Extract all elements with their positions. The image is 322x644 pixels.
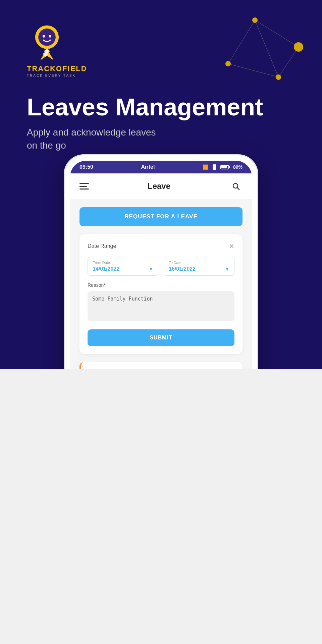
- to-date-chevron-icon: ▼: [225, 266, 229, 272]
- form-card-header: Date Range ✕: [88, 242, 234, 250]
- phone-screen: 09:50 Airtel 📶 ▐▌ 80%: [70, 161, 252, 369]
- close-form-button[interactable]: ✕: [229, 242, 234, 250]
- request-leave-button[interactable]: REQUEST FOR A LEAVE: [79, 207, 243, 226]
- status-carrier: Airtel: [141, 164, 155, 170]
- svg-point-8: [225, 61, 231, 66]
- hero-title-block: Leaves Management Apply and acknowledge …: [27, 94, 263, 152]
- hamburger-menu-button[interactable]: [79, 183, 89, 190]
- app-header: Leave: [70, 173, 252, 199]
- phone-frame: 09:50 Airtel 📶 ▐▌ 80%: [64, 154, 258, 369]
- from-date-label: From Date: [93, 261, 153, 265]
- status-bar: 09:50 Airtel 📶 ▐▌ 80%: [70, 161, 252, 173]
- svg-point-12: [49, 35, 51, 37]
- svg-line-2: [228, 64, 278, 77]
- logo-area: TRACKOFIELD TRACK EVERY TASK: [27, 20, 87, 77]
- svg-line-1: [278, 47, 299, 77]
- svg-point-10: [38, 29, 56, 46]
- svg-line-3: [228, 20, 255, 64]
- to-date-value: 16/01/2022: [169, 266, 196, 272]
- reason-textarea[interactable]: [88, 291, 234, 321]
- leave-record-card: ● Mon, 10 jan 2022 TO Wed, 12 jan 2022 ●…: [79, 362, 243, 369]
- submit-button[interactable]: SUBMIT: [88, 329, 234, 346]
- svg-point-11: [43, 35, 45, 37]
- hero-title: Leaves Management: [27, 94, 263, 120]
- svg-point-7: [276, 74, 281, 80]
- leave-form-card: Date Range ✕ From Date 14/01/2022 ▼: [79, 234, 243, 354]
- to-date-value-row: 16/01/2022 ▼: [169, 266, 229, 272]
- wifi-icon: 📶: [203, 164, 208, 170]
- search-button[interactable]: [229, 179, 243, 193]
- hero-section: TRACKOFIELD TRACK EVERY TASK Leaves Mana…: [0, 0, 322, 369]
- app-body: REQUEST FOR A LEAVE Date Range ✕ From Da…: [70, 199, 252, 369]
- battery-percent: 80%: [233, 164, 243, 170]
- bottom-section: [0, 369, 322, 644]
- status-time: 09:50: [79, 164, 93, 170]
- phone-mockup: 09:50 Airtel 📶 ▐▌ 80%: [64, 154, 258, 369]
- from-date-value-row: 14/01/2022 ▼: [93, 266, 153, 272]
- app-title: Leave: [148, 181, 170, 191]
- svg-line-4: [255, 20, 278, 77]
- svg-line-16: [237, 188, 239, 190]
- svg-point-5: [252, 17, 258, 23]
- hero-subtitle: Apply and acknowledge leaves on the go: [27, 126, 263, 152]
- svg-point-6: [294, 42, 303, 52]
- logo-text: TRACKOFIELD: [27, 64, 87, 73]
- to-date-label: To Date: [169, 261, 229, 265]
- signal-icon: ▐▌: [211, 164, 218, 170]
- battery-icon: [220, 165, 229, 169]
- logo-icon: [27, 20, 67, 60]
- svg-line-0: [255, 20, 299, 47]
- date-fields-row: From Date 14/01/2022 ▼ To Date 16/01/202…: [88, 257, 234, 276]
- date-range-label: Date Range: [88, 243, 116, 249]
- from-date-chevron-icon: ▼: [149, 266, 153, 272]
- status-right: 📶 ▐▌ 80%: [203, 164, 243, 170]
- from-date-field[interactable]: From Date 14/01/2022 ▼: [88, 257, 158, 276]
- from-date-value: 14/01/2022: [93, 266, 119, 272]
- to-date-field[interactable]: To Date 16/01/2022 ▼: [164, 257, 234, 276]
- reason-field-label: Reason*: [88, 282, 234, 288]
- logo-tagline: TRACK EVERY TASK: [27, 74, 87, 77]
- constellation-graphic: [154, 0, 322, 107]
